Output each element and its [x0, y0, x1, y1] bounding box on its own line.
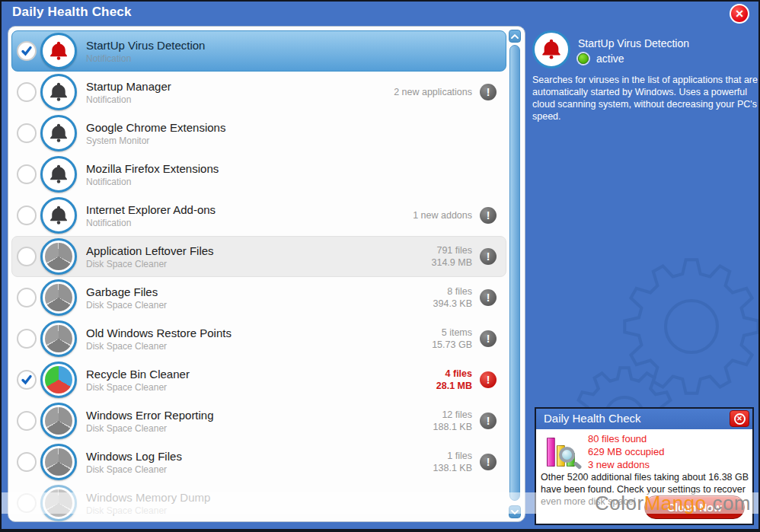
list-item-google-chrome-extensions[interactable]: Google Chrome ExtensionsSystem Monitor ! [11, 113, 506, 154]
scroll-up-icon[interactable] [509, 30, 521, 43]
item-size: 394.3 KB [433, 298, 472, 310]
item-title: Recycle Bin Cleaner [86, 368, 436, 381]
item-title: Old Windows Restore Points [86, 327, 432, 339]
checkbox[interactable] [17, 247, 37, 266]
item-subtitle: Notification [86, 218, 413, 228]
warning-icon: ! [480, 207, 497, 224]
warning-icon-red: ! [480, 371, 497, 388]
item-count: 791 files [431, 244, 472, 256]
list-item-windows-memory-dump[interactable]: Windows Memory DumpDisk Space Cleaner ! [11, 483, 506, 522]
item-title: Windows Memory Dump [86, 491, 472, 504]
popup-title: Daily Health Check [544, 412, 641, 425]
bell-icon [40, 33, 77, 69]
list-item-garbage-files[interactable]: Garbage FilesDisk Space Cleaner 8 files3… [11, 277, 506, 318]
clean-popup: Daily Health Check ✕ 80 files found 629 … [535, 407, 754, 525]
bell-icon [40, 74, 77, 110]
item-size: 314.9 MB [431, 256, 472, 269]
warning-icon: ! [480, 330, 497, 347]
clean-now-button[interactable]: Clean Now [644, 495, 745, 519]
item-subtitle: Disk Space Cleaner [86, 423, 433, 434]
checkbox[interactable] [17, 205, 37, 225]
item-count: 4 files [436, 368, 472, 380]
item-title: StartUp Virus Detection [86, 39, 472, 52]
item-subtitle: Disk Space Cleaner [86, 505, 472, 516]
warning-icon: ! [480, 289, 497, 306]
list-item-startup-manager[interactable]: Startup ManagerNotification 2 new applic… [11, 72, 506, 113]
item-subtitle: Disk Space Cleaner [86, 300, 433, 311]
checkbox-checked[interactable] [17, 370, 37, 390]
close-icon[interactable]: ✕ [730, 4, 749, 24]
item-count: 8 files [433, 285, 472, 298]
popup-close-icon[interactable]: ✕ [730, 410, 749, 427]
item-count: 2 new applications [394, 86, 472, 98]
warning-icon: ! [480, 413, 497, 429]
item-subtitle: Notification [86, 53, 472, 64]
warning-icon: ! [480, 454, 497, 470]
item-count: 12 files [433, 409, 472, 421]
list-item-internet-explorer-addons[interactable]: Internet Explorer Add-onsNotification 1 … [11, 195, 506, 236]
item-title: Internet Explorer Add-ons [86, 203, 413, 216]
item-size: 188.1 KB [433, 421, 472, 433]
warning-icon: ! [480, 248, 497, 265]
item-subtitle: Notification [86, 177, 472, 187]
checkbox[interactable] [17, 452, 37, 472]
disk-icon [40, 320, 77, 357]
checkbox[interactable] [17, 164, 37, 184]
detail-panel: StartUp Virus Detection active Searches … [527, 24, 760, 405]
daily-health-check-window: Daily Health Check ✕ StartUp Virus Detec… [0, 0, 760, 532]
checkbox[interactable] [17, 329, 37, 349]
list-item-windows-error-reporting[interactable]: Windows Error ReportingDisk Space Cleane… [11, 400, 506, 441]
stat-new-addons: 3 new addons [588, 458, 664, 471]
detail-title: StartUp Virus Detection [578, 37, 689, 49]
status-dot-icon [578, 53, 589, 64]
scroll-down-icon[interactable] [509, 505, 521, 518]
checkbox[interactable] [17, 493, 37, 513]
item-title: Windows Log Files [86, 450, 433, 463]
scrollbar-thumb[interactable] [509, 45, 520, 501]
status-row: active [578, 53, 624, 65]
list-item-mozilla-firefox-extensions[interactable]: Mozilla Firefox ExtensionsNotification ! [11, 154, 506, 195]
bell-icon [40, 156, 77, 193]
title-bar: Daily Health Check ✕ [2, 2, 758, 24]
bell-icon [40, 115, 77, 151]
checkbox[interactable] [17, 288, 37, 307]
item-count: 1 new addons [413, 209, 472, 221]
item-size: 15.73 GB [432, 339, 472, 351]
list-item-application-leftover-files[interactable]: Application Leftover FilesDisk Space Cle… [11, 236, 506, 277]
list-item-old-windows-restore-points[interactable]: Old Windows Restore PointsDisk Space Cle… [11, 318, 506, 359]
item-title: Windows Error Reporting [86, 409, 433, 422]
checkbox[interactable] [17, 123, 37, 143]
item-subtitle: Notification [86, 94, 394, 105]
disk-icon [40, 279, 77, 316]
disk-icon [40, 444, 77, 480]
list-item-windows-log-files[interactable]: Windows Log FilesDisk Space Cleaner 1 fi… [11, 441, 506, 483]
item-size: 28.1 MB [436, 380, 472, 392]
warning-icon: ! [480, 84, 497, 100]
chart-magnifier-icon [545, 433, 580, 473]
disk-icon [40, 238, 77, 275]
popup-title-bar: Daily Health Check ✕ [536, 409, 752, 429]
stat-files-found: 80 files found [588, 432, 664, 445]
disk-icon [40, 485, 77, 521]
stat-mb-occupied: 629 MB occupied [588, 445, 664, 458]
bell-icon [40, 197, 77, 234]
item-title: Google Chrome Extensions [86, 121, 472, 134]
bell-icon [532, 30, 570, 68]
list-item-startup-virus-detection[interactable]: StartUp Virus DetectionNotification ! [11, 30, 506, 72]
window-title: Daily Health Check [12, 5, 132, 20]
item-subtitle: Disk Space Cleaner [86, 464, 433, 475]
check-list: StartUp Virus DetectionNotification ! St… [11, 30, 506, 522]
status-text: active [596, 53, 624, 65]
list-item-recycle-bin-cleaner[interactable]: Recycle Bin CleanerDisk Space Cleaner 4 … [11, 359, 506, 400]
detail-description: Searches for viruses in the list of appl… [532, 74, 759, 123]
checkbox[interactable] [17, 411, 37, 431]
checkbox-checked[interactable] [17, 41, 37, 61]
item-count: 5 items [432, 327, 472, 339]
popup-stats: 80 files found 629 MB occupied 3 new add… [588, 432, 664, 471]
item-subtitle: Disk Space Cleaner [86, 259, 431, 269]
item-size: 138.1 KB [433, 462, 472, 474]
checks-panel: StartUp Virus DetectionNotification ! St… [8, 26, 525, 522]
checkbox[interactable] [17, 82, 37, 102]
item-title: Application Leftover Files [86, 244, 431, 257]
item-title: Mozilla Firefox Extensions [86, 162, 472, 175]
